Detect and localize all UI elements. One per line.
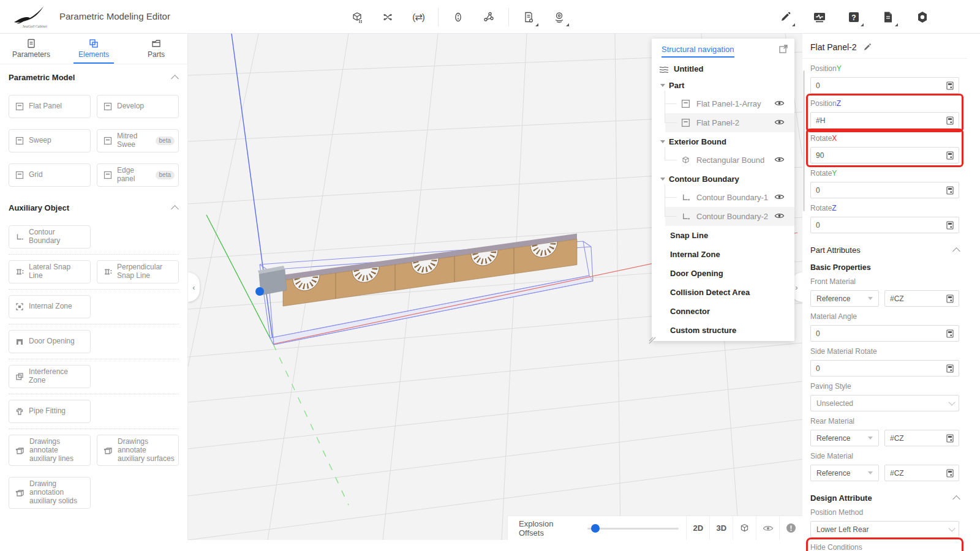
button-perpendicular-snap-line[interactable]: Perpendicular Snap Line [97, 260, 179, 283]
formula-icon[interactable] [946, 221, 954, 230]
formula-icon[interactable] [946, 469, 954, 478]
position-method-select[interactable]: Lower Left Rear [810, 521, 959, 538]
tree-item-flat-panel-1-array[interactable]: Flat Panel-1-Array [665, 94, 794, 113]
button-mitred-sweep[interactable]: Mitred Swee beta [97, 129, 179, 152]
button-lateral-snap-line[interactable]: Lateral Snap Line [9, 260, 91, 283]
warnings-button[interactable] [780, 516, 802, 541]
button-sweep[interactable]: Sweep [9, 129, 91, 152]
formula-icon[interactable] [946, 294, 954, 303]
rename-pencil-icon[interactable] [862, 43, 872, 52]
rear-material-select[interactable]: Reference [810, 430, 879, 446]
button-door-opening[interactable]: Door Opening [9, 330, 91, 353]
side-material-input[interactable]: #CZ [884, 465, 959, 481]
formula-icon[interactable] [946, 434, 954, 443]
tree-group-exterior-bound[interactable]: Exterior Bound [652, 132, 794, 151]
section-design-attribute[interactable]: Design Attribute [810, 493, 959, 503]
activity-monitor-icon[interactable] [809, 6, 831, 28]
edit-pencil-icon[interactable] [774, 6, 796, 28]
caret-down-icon[interactable] [660, 84, 665, 87]
section-parametric-model[interactable]: Parametric Model [0, 64, 187, 88]
tree-group-door-opening[interactable]: Door Opening [652, 264, 794, 283]
rear-material-input[interactable]: #CZ [884, 430, 959, 446]
explosion-offsets-slider[interactable] [587, 524, 679, 533]
tab-elements[interactable]: Elements [62, 34, 125, 64]
view-cube-button[interactable] [733, 516, 756, 541]
panel-scrollbar[interactable] [803, 70, 805, 211]
visibility-eye-icon[interactable] [774, 211, 785, 220]
help-icon[interactable]: ? [843, 6, 865, 28]
internal-zone-icon [15, 302, 24, 311]
position-z-input[interactable]: #H [810, 112, 959, 129]
link-icon[interactable] [447, 6, 469, 28]
position-y-input[interactable]: 0 [810, 77, 959, 94]
formula-icon[interactable] [946, 151, 954, 160]
flat-panel-model[interactable] [283, 234, 577, 306]
button-interference-zone[interactable]: Interference Zone [9, 365, 91, 388]
formula-icon[interactable] [946, 329, 954, 338]
boolean-knot-icon[interactable] [377, 6, 399, 28]
button-drawing-annotation-solids[interactable]: Drawing annotation auxiliary solids [9, 477, 91, 508]
origin-point[interactable] [255, 287, 264, 296]
tree-item-contour-boundary-1[interactable]: Contour Boundary-1 [665, 188, 794, 207]
tree-item-rectangular-bound[interactable]: Rectangular Bound [665, 151, 794, 170]
front-material-input[interactable]: #CZ [884, 290, 959, 307]
button-drawings-annotate-surfaces[interactable]: Drawings annotate auxiliary surfaces [97, 435, 179, 466]
side-material-rotate-input[interactable]: 0 [810, 360, 959, 377]
model-library-icon[interactable] [346, 6, 368, 28]
slider-thumb[interactable] [591, 524, 600, 533]
tree-group-custom-structure[interactable]: Custom structure [652, 321, 794, 340]
mode-3d-button[interactable]: 3D [710, 516, 733, 541]
material-pin-icon[interactable] [548, 6, 570, 28]
rotate-x-input[interactable]: 90 [810, 147, 959, 163]
button-develop[interactable]: Develop [97, 95, 179, 118]
logo-caption: SeaGull Cabinet [23, 24, 59, 28]
visibility-eye-icon[interactable] [774, 192, 785, 201]
visibility-eye-icon[interactable] [774, 155, 785, 164]
button-grid[interactable]: Grid [9, 163, 91, 187]
formula-icon[interactable] [946, 116, 954, 125]
field-material-angle: Material Angle 0 [810, 312, 959, 342]
tree-group-connector[interactable]: Connector [652, 302, 794, 321]
visibility-eye-icon[interactable] [774, 118, 785, 127]
formula-icon[interactable] [946, 186, 954, 195]
document-settings-icon[interactable] [518, 6, 540, 28]
material-angle-input[interactable]: 0 [810, 325, 959, 342]
swap-parameters-icon[interactable]: (⇄) [407, 6, 429, 28]
side-material-select[interactable]: Reference [810, 465, 879, 481]
share-structure-icon[interactable] [478, 6, 500, 28]
document-icon[interactable] [877, 6, 899, 28]
tree-group-snap-line[interactable]: Snap Line [652, 226, 794, 245]
button-flat-panel[interactable]: Flat Panel [9, 95, 91, 118]
paving-style-select[interactable]: Unselected [810, 395, 959, 411]
caret-down-icon[interactable] [660, 178, 665, 181]
tree-item-flat-panel-2[interactable]: Flat Panel-2 [665, 113, 794, 132]
tab-structural-navigation[interactable]: Structural navigation [662, 45, 734, 54]
tree-group-contour-boundary[interactable]: Contour Boundary [652, 170, 794, 188]
button-edge-panel[interactable]: Edge panel beta [97, 163, 179, 187]
section-auxiliary-object[interactable]: Auxiliary Object [0, 192, 187, 219]
caret-down-icon[interactable] [660, 140, 665, 143]
mode-2d-button[interactable]: 2D [687, 516, 709, 541]
tree-group-collision-detect-area[interactable]: Collision Detect Area [652, 283, 794, 302]
tree-item-contour-boundary-2[interactable]: Contour Boundary-2 [665, 207, 794, 226]
tab-parts[interactable]: Parts [125, 34, 187, 64]
tree-root-untitled[interactable]: Untitled [652, 61, 794, 76]
panel-resize-handle[interactable] [648, 336, 657, 345]
formula-icon[interactable] [946, 81, 954, 90]
tab-parameters[interactable]: Parameters [0, 34, 62, 64]
button-pipe-fitting[interactable]: Pipe Fitting [9, 400, 91, 423]
button-contour-boundary[interactable]: Contour Boundary [9, 225, 91, 249]
button-internal-zone[interactable]: Internal Zone [9, 295, 91, 318]
formula-icon[interactable] [946, 364, 954, 373]
tree-group-part[interactable]: Part [652, 76, 794, 94]
rotate-y-input[interactable]: 0 [810, 182, 959, 198]
rotate-z-input[interactable]: 0 [810, 217, 959, 233]
settings-nut-icon[interactable] [911, 6, 933, 28]
section-part-attributes[interactable]: Part Attributes [810, 246, 959, 255]
visibility-button[interactable] [756, 516, 779, 541]
front-material-select[interactable]: Reference [810, 290, 879, 307]
tree-group-internal-zone[interactable]: Internal Zone [652, 245, 794, 264]
expand-panel-icon[interactable] [778, 44, 788, 54]
visibility-eye-icon[interactable] [774, 99, 785, 108]
button-drawings-annotate-lines[interactable]: Drawings annotate auxiliary lines [9, 435, 91, 466]
